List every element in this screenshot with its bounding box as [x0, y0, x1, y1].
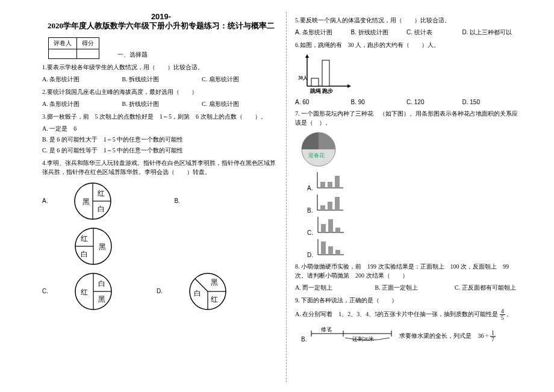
- svg-text:红: 红: [98, 189, 105, 198]
- q3-stem: 3.掷一枚骰子，前 5 次朝上的点数恰好是 1～5，则第 6 次朝上的点数（ ）…: [42, 112, 280, 121]
- right-column: 5.要反映一个病人的体温变化情况，用（ ）比较合适。 A. 条形统计图 B. 折…: [295, 12, 518, 344]
- q9-opt-a: A. 在分别写着 1、2、3、4、5的五张卡片中任抽一张，抽到质数的可能性是 4…: [295, 308, 518, 321]
- q3-opt-c: C. 是 6 的可能性等于 1～5 中的任意一个数的可能性: [42, 146, 280, 155]
- fraction-1-7: 1 7: [490, 330, 496, 343]
- q5-opt-a: A. 条形统计图: [295, 28, 349, 37]
- q6-opt-b: B. 90: [351, 99, 405, 105]
- q8-opt-c: C. 正反面都有可能朝上: [455, 284, 516, 292]
- q7-pie-icon: 迎春花: [300, 131, 337, 168]
- title-year: 2019-: [42, 12, 280, 21]
- mini-bar-a-icon: [314, 171, 344, 190]
- svg-marker-27: [305, 54, 309, 58]
- svg-text:白: 白: [98, 279, 105, 288]
- spinners-group: A. 黑 红 白 B. 白 红 黑 C: [42, 180, 280, 313]
- score-cell: [77, 49, 99, 58]
- q5-stem: 5.要反映一个病人的体温变化情况，用（ ）比较合适。: [295, 16, 518, 25]
- q8-stem: 8. 小萌做抛硬币实验，前 199 次实验结果是：正面朝上 100 次，反面朝上…: [295, 262, 518, 280]
- svg-text:跳绳 跑步: 跳绳 跑步: [310, 88, 333, 94]
- score-table: 评卷人 得分: [48, 37, 99, 59]
- grader-header: 评卷人: [49, 37, 77, 49]
- svg-rect-37: [320, 182, 325, 188]
- svg-text:黑: 黑: [82, 198, 90, 206]
- road-diagram: B. 修了 ⅚ 还剩36米 求要修水渠的全长，列式是 36 ÷ 1 7: [301, 325, 518, 343]
- q5-opt-c: C. 统计表: [406, 28, 461, 37]
- svg-text:红: 红: [81, 288, 88, 296]
- q7-opt-c: C.: [307, 216, 518, 236]
- svg-rect-52: [321, 241, 326, 255]
- svg-text:白: 白: [98, 205, 105, 213]
- q7-stem: 7. 一个圆形花坛内种了三种花 （如下图）。用条形图表示各种花占地面积的关系应该…: [295, 109, 518, 127]
- spinner-a-icon: 黑 红 白: [72, 180, 114, 222]
- q3-opt-a: A. 一定是 6: [42, 125, 280, 133]
- svg-rect-49: [335, 228, 340, 232]
- q1-opt-b: B. 拆线统计图: [122, 75, 201, 84]
- svg-text:⅚: ⅚: [327, 328, 332, 333]
- mini-bar-d-icon: [315, 238, 345, 257]
- q3-opt-b: B. 是 6 的可能性大于 1～5 中的任意一个数的可能性: [42, 135, 280, 144]
- q2-opt-b: B. 折线统计图: [122, 100, 201, 108]
- svg-rect-42: [320, 205, 325, 210]
- q6-opt-c: C. 120: [406, 99, 461, 105]
- svg-rect-39: [335, 176, 340, 188]
- q6-stem: 6.如图，跳绳的有 30 人，跑步的大约有（ ）人。: [295, 40, 518, 49]
- q6-bar-chart-icon: 30人 跳绳 跑步: [298, 53, 352, 95]
- svg-text:黑: 黑: [211, 278, 218, 287]
- svg-rect-54: [335, 250, 340, 255]
- q1-stem: 1.要表示学校各年级学生的人数情况，用（ ）比较合适。: [42, 63, 280, 72]
- spinner-b-label: B.: [174, 198, 179, 204]
- mini-bar-b-icon: [314, 193, 344, 213]
- svg-rect-43: [328, 202, 332, 210]
- svg-rect-53: [328, 246, 333, 255]
- q4-stem: 4.李明、张兵和陈华三人玩转盘游戏。指针停在白色区域算李明胜，指针停在黑色区域算…: [42, 158, 280, 176]
- svg-rect-44: [335, 197, 340, 210]
- svg-rect-47: [321, 224, 326, 232]
- left-column: 2019- 2020学年度人教版数学六年级下册小升初专题练习：统计与概率二 评卷…: [42, 12, 280, 316]
- spinner-d-label: D.: [157, 288, 163, 294]
- q7-opt-d: D.: [307, 238, 518, 258]
- svg-rect-30: [322, 60, 329, 86]
- q2-opt-c: C. 扇形统计图: [202, 100, 280, 108]
- spinner-mid-icon: 白 红 黑: [72, 225, 114, 267]
- svg-text:红: 红: [81, 234, 88, 243]
- mini-bar-c-icon: [315, 216, 345, 235]
- svg-rect-38: [328, 182, 332, 188]
- q8-opt-b: B. 正面一定朝上: [375, 284, 453, 292]
- spinner-a-label: A.: [42, 198, 48, 204]
- q6-opt-a: A. 60: [295, 99, 349, 105]
- fraction-4-5: 4 5: [500, 308, 505, 321]
- svg-marker-28: [347, 84, 351, 88]
- svg-text:黑: 黑: [98, 295, 105, 303]
- svg-text:30人: 30人: [298, 75, 308, 81]
- score-header: 得分: [77, 37, 99, 49]
- spinner-d-icon: 黑 白 红: [187, 270, 229, 313]
- q7-opt-b: B.: [307, 193, 518, 214]
- svg-text:红: 红: [211, 295, 218, 303]
- road-diagram-icon: 修了 ⅚ 还剩36米: [310, 325, 394, 343]
- q2-stem: 2.要统计我国几座名山主峰的海拔高度，最好选用（ ）: [42, 87, 280, 96]
- q7-opt-a: A.: [307, 171, 518, 191]
- spinner-c-label: C.: [42, 288, 48, 294]
- title-main: 2020学年度人教版数学六年级下册小升初专题练习：统计与概率二: [42, 21, 280, 31]
- q9b-text: 求要修水渠的全长，列式是 36 ÷ 1 7: [399, 330, 496, 343]
- q9-stem: 9. 下面的各种说法，正确的是（ ）: [295, 296, 518, 305]
- svg-text:迎春花: 迎春花: [308, 152, 325, 158]
- q5-opt-b: B. 折线统计图: [351, 28, 405, 37]
- q1-opt-a: A. 条形统计图: [42, 75, 120, 84]
- spinner-c-icon: 红 白 黑: [72, 270, 114, 313]
- svg-text:黑: 黑: [99, 243, 106, 251]
- svg-rect-29: [311, 78, 319, 86]
- q5-opt-d: D. 以上三种都可以: [462, 28, 517, 37]
- svg-text:还剩36米: 还剩36米: [352, 336, 374, 342]
- svg-text:白: 白: [194, 289, 201, 297]
- q8-opt-a: A. 而一定朝上: [295, 284, 373, 292]
- svg-rect-48: [328, 219, 333, 232]
- section-1-header: 一、选择题: [117, 51, 148, 59]
- q2-opt-a: A. 条形统计图: [42, 100, 120, 108]
- grader-cell: [49, 49, 77, 58]
- q1-opt-c: C. 扇形统计图: [202, 75, 280, 84]
- svg-text:白: 白: [81, 250, 88, 258]
- q6-opt-d: D. 150: [462, 99, 517, 105]
